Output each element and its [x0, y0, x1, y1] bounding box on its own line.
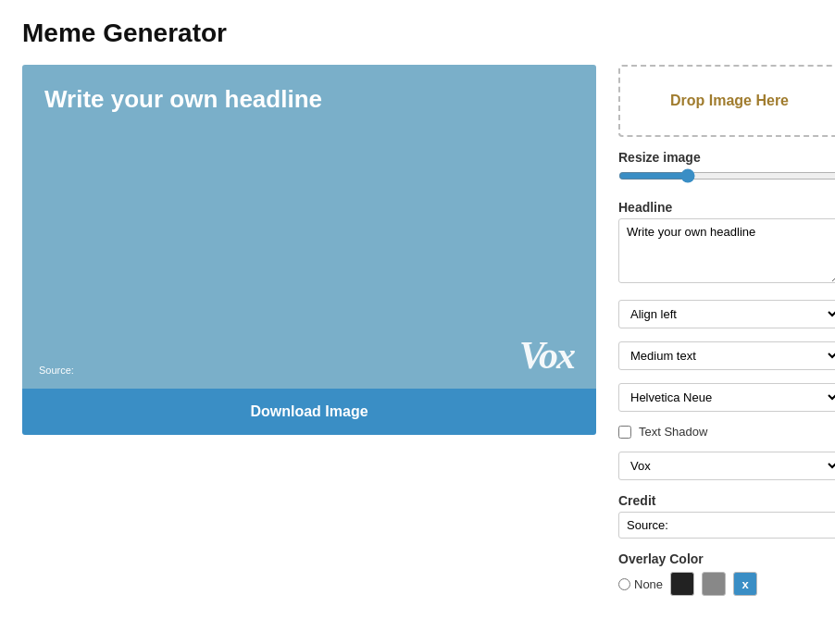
main-layout: Write your own headline Source: Vox Down…	[22, 65, 813, 596]
none-option: None	[618, 577, 663, 591]
left-panel: Write your own headline Source: Vox Down…	[22, 65, 596, 435]
overlay-black-swatch[interactable]	[670, 572, 694, 596]
right-panel: Drop Image Here Resize image Headline Wr…	[618, 65, 835, 596]
none-label: None	[634, 577, 663, 591]
align-select[interactable]: Align left Align center Align right	[618, 300, 835, 328]
headline-textarea[interactable]: Write your own headline	[618, 218, 835, 283]
overlay-color-label: Overlay Color	[618, 551, 835, 566]
headline-label: Headline	[618, 200, 835, 215]
headline-section: Headline Write your own headline	[618, 200, 835, 287]
text-shadow-checkbox[interactable]	[618, 426, 631, 439]
page-title: Meme Generator	[22, 19, 813, 48]
credit-input[interactable]	[618, 512, 835, 539]
resize-section: Resize image	[618, 150, 835, 187]
blue-swatch-x: x	[734, 573, 756, 595]
brand-select[interactable]: Vox The Verge Polygon SB Nation	[618, 452, 835, 480]
overlay-color-section: Overlay Color None x	[618, 551, 835, 596]
drop-image-zone[interactable]: Drop Image Here	[618, 65, 835, 137]
overlay-gray-swatch[interactable]	[702, 572, 726, 596]
credit-label: Credit	[618, 493, 835, 508]
download-button[interactable]: Download Image	[22, 389, 596, 435]
meme-source-text: Source:	[39, 365, 74, 376]
vox-logo: Vox	[519, 333, 574, 378]
text-shadow-row: Text Shadow	[618, 425, 835, 439]
text-shadow-label: Text Shadow	[639, 425, 707, 439]
size-select[interactable]: Small text Medium text Large text	[618, 341, 835, 370]
resize-label: Resize image	[618, 150, 835, 165]
overlay-none-radio[interactable]	[618, 578, 630, 590]
font-select[interactable]: Helvetica Neue Arial Georgia Times New R…	[618, 383, 835, 412]
overlay-blue-swatch[interactable]: x	[733, 572, 757, 596]
meme-headline-text: Write your own headline	[44, 85, 322, 114]
color-options: None x	[618, 572, 835, 596]
credit-section: Credit	[618, 493, 835, 539]
meme-canvas: Write your own headline Source: Vox	[22, 65, 596, 389]
resize-slider[interactable]	[618, 168, 835, 183]
